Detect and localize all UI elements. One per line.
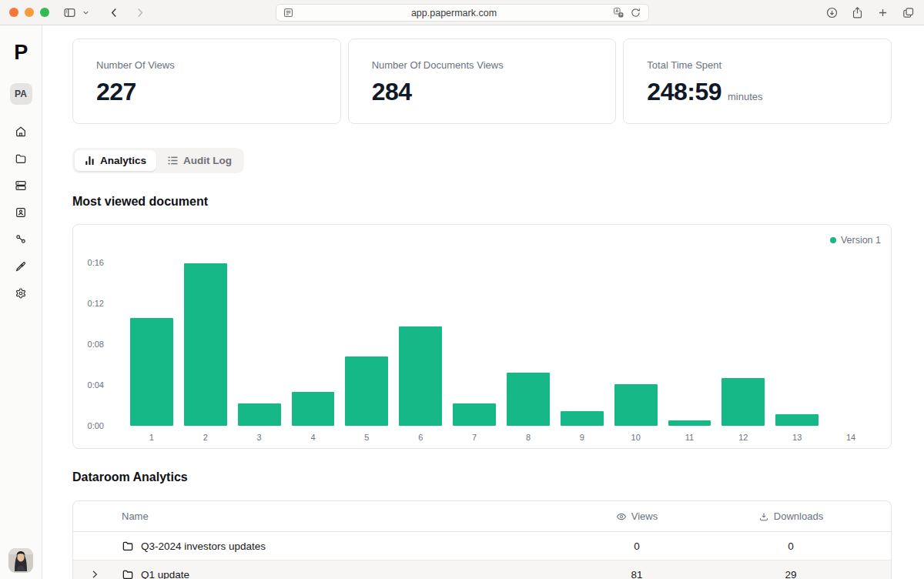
tab-label: Analytics [100, 155, 146, 166]
chevron-down-icon[interactable] [80, 5, 91, 20]
x-tick-label: 12 [716, 433, 770, 442]
new-tab-icon[interactable] [875, 5, 890, 20]
app-window: P PA [0, 25, 924, 579]
reload-icon[interactable] [630, 7, 642, 19]
dataroom-title: Dataroom Analytics [72, 470, 892, 484]
column-views: Views [560, 510, 714, 522]
chart-bar [345, 356, 388, 426]
stat-cards: Number Of Views 227 Number Of Documents … [72, 38, 892, 124]
folder-icon[interactable] [15, 152, 27, 165]
forward-icon[interactable] [132, 5, 147, 20]
row-downloads: 29 [714, 569, 868, 579]
y-tick-label: 0:00 [73, 420, 104, 431]
column-downloads: Downloads [714, 510, 868, 522]
window-controls [9, 8, 49, 17]
tab-analytics[interactable]: Analytics [75, 150, 156, 171]
bar-chart-icon [85, 156, 95, 166]
stat-suffix: minutes [728, 91, 763, 102]
chart-bars [125, 263, 878, 426]
downloads-icon[interactable] [824, 5, 839, 20]
reader-icon[interactable] [283, 7, 295, 19]
home-icon[interactable] [15, 126, 27, 138]
tab-overview-icon[interactable] [900, 5, 916, 20]
address-bar[interactable]: app.papermark.com [276, 4, 649, 22]
stat-label: Number Of Documents Views [372, 59, 593, 71]
table-header: Name Views Downloads [73, 501, 891, 532]
y-tick-label: 0:08 [73, 339, 104, 350]
x-tick-label: 6 [393, 433, 447, 442]
column-name: Name [73, 510, 560, 522]
row-name: Q3-2024 investors updates [141, 541, 266, 552]
chart-bar [292, 392, 335, 426]
y-tick-label: 0:12 [73, 298, 104, 309]
stat-card-time-spent: Total Time Spent 248:59 minutes [623, 38, 892, 124]
x-tick-label: 4 [286, 433, 340, 442]
minimize-window-button[interactable] [25, 8, 34, 17]
chart-x-labels: 1234567891011121314 [125, 433, 878, 442]
list-icon [168, 156, 178, 166]
chart-bar [238, 403, 281, 426]
x-tick-label: 7 [447, 433, 501, 442]
chart-legend: Version 1 [830, 235, 881, 246]
main-content: Number Of Views 227 Number Of Documents … [42, 25, 924, 579]
chart-bar [399, 326, 442, 426]
most-viewed-title: Most viewed document [72, 195, 892, 209]
chart-bar [775, 414, 819, 426]
dataroom-table: Name Views Downloads [72, 500, 892, 579]
chart-y-axis: 0:160:120:080:040:00 [73, 257, 104, 431]
x-tick-label: 2 [179, 433, 233, 442]
chart-bar [561, 411, 604, 426]
row-name: Q1 update [141, 569, 189, 579]
y-tick-label: 0:04 [73, 380, 104, 390]
datarooms-icon[interactable] [15, 179, 27, 192]
x-tick-label: 14 [824, 433, 878, 442]
column-label: Downloads [774, 510, 823, 522]
settings-icon[interactable] [15, 287, 27, 300]
x-tick-label: 3 [233, 433, 286, 442]
most-viewed-chart: Version 1 0:160:120:080:040:00 123456789… [72, 224, 892, 449]
chart-bar [668, 420, 711, 426]
sidebar-nav [15, 126, 27, 300]
chart-bar [614, 384, 658, 426]
papermark-logo: P [14, 42, 28, 62]
table-row[interactable]: Q1 update 81 29 [73, 561, 891, 579]
team-badge[interactable]: PA [10, 83, 32, 105]
links-icon[interactable] [15, 233, 27, 246]
app-sidebar: P PA [0, 25, 42, 579]
browser-chrome: app.papermark.com [0, 0, 924, 25]
x-tick-label: 8 [501, 433, 555, 442]
download-icon [758, 511, 769, 522]
sidebar-toggle-icon[interactable] [62, 5, 77, 20]
translate-icon[interactable] [613, 7, 625, 19]
zoom-window-button[interactable] [40, 8, 49, 17]
x-tick-label: 5 [340, 433, 393, 442]
stat-value: 248:59 [647, 78, 721, 106]
legend-label: Version 1 [841, 235, 881, 246]
tab-label: Audit Log [183, 155, 232, 166]
table-row[interactable]: Q3-2024 investors updates 0 0 [73, 532, 891, 561]
chart-bar [130, 318, 173, 426]
legend-dot [830, 237, 836, 243]
branding-icon[interactable] [15, 260, 27, 273]
analytics-tabs: Analytics Audit Log [72, 148, 244, 173]
user-avatar[interactable] [8, 548, 33, 573]
folder-icon [122, 540, 134, 552]
row-downloads: 0 [714, 541, 868, 552]
chart-bar [184, 263, 227, 426]
share-icon[interactable] [849, 5, 865, 20]
tab-audit-log[interactable]: Audit Log [158, 150, 242, 171]
stat-card-document-views: Number Of Documents Views 284 [348, 38, 617, 124]
chart-bar [453, 403, 496, 426]
x-tick-label: 11 [663, 433, 717, 442]
stat-value: 284 [372, 78, 412, 106]
x-tick-label: 9 [555, 433, 609, 442]
close-window-button[interactable] [9, 8, 18, 17]
x-tick-label: 1 [125, 433, 179, 442]
contacts-icon[interactable] [15, 206, 27, 219]
back-icon[interactable] [106, 5, 122, 20]
expand-chevron-icon[interactable] [89, 568, 101, 579]
url-text[interactable]: app.papermark.com [295, 8, 613, 18]
eye-icon [616, 511, 627, 522]
row-views: 0 [560, 541, 714, 552]
x-tick-label: 13 [770, 433, 824, 442]
